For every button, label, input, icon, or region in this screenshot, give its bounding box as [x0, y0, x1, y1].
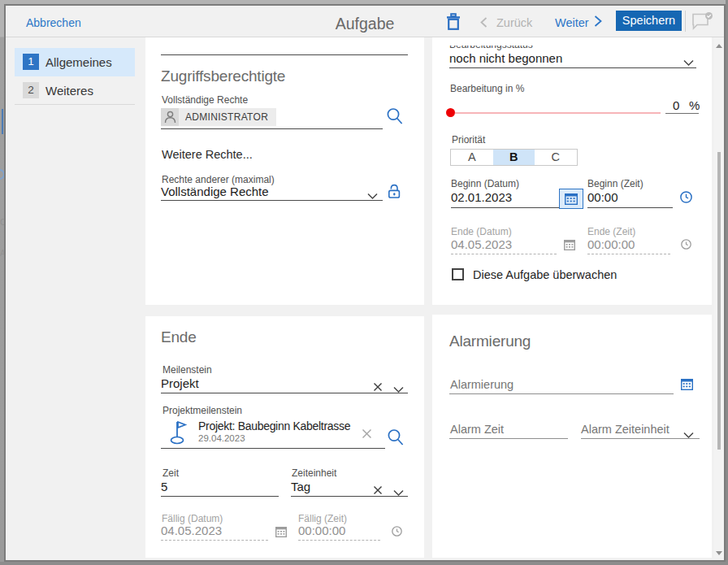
scroll-up-arrow-icon[interactable] — [716, 44, 722, 48]
screen: C A Abbrechen Aufgabe Zurück Weiter S — [0, 0, 728, 565]
due-time-value: 00:00:00 — [298, 524, 345, 537]
chevron-down-icon[interactable] — [393, 382, 404, 397]
progress-unit: % — [689, 98, 700, 112]
card-heading: Zugriffsberechtigte — [161, 67, 285, 85]
field-underline-disabled — [587, 254, 670, 254]
field-underline-disabled — [451, 254, 557, 254]
backdrop-bottom — [0, 562, 728, 565]
time-value[interactable]: 5 — [161, 480, 167, 493]
alarm-time-field[interactable]: Alarm Zeit — [450, 423, 504, 436]
field-underline — [449, 393, 674, 394]
field-underline — [581, 438, 700, 439]
project-milestone-label: Projektmeilenstein — [162, 405, 242, 416]
priority-label: Priorität — [452, 134, 485, 146]
step-number: 1 — [23, 54, 39, 70]
card-alarmierung: Alarmierung Alarmierung Alarm Zeit A — [432, 315, 712, 558]
search-icon[interactable] — [387, 428, 405, 450]
next-button[interactable]: Weiter — [555, 16, 589, 29]
trash-icon[interactable] — [446, 13, 461, 33]
card-heading: Alarmierung — [449, 332, 531, 350]
end-time-label: Ende (Zeit) — [587, 226, 635, 237]
task-dialog: Abbrechen Aufgabe Zurück Weiter Speicher… — [4, 4, 726, 562]
back-button[interactable]: Zurück — [496, 16, 532, 29]
field-underline — [161, 496, 279, 497]
field-underline — [291, 496, 408, 497]
due-date-value: 04.05.2023 — [161, 524, 222, 537]
end-date-value: 04.05.2023 — [451, 237, 512, 251]
card-ende: Ende Meilenstein Projekt Projektmeilenst… — [145, 316, 424, 558]
begin-date-label: Beginn (Datum) — [451, 178, 519, 189]
scrollbar[interactable] — [714, 37, 724, 558]
time-unit-value[interactable]: Tag — [291, 480, 310, 493]
alarm-unit-field[interactable]: Alarm Zeiteinheit — [581, 423, 670, 436]
backdrop-fragment — [2, 109, 3, 134]
step-label: Allgemeines — [46, 48, 112, 76]
toolbar-divider — [685, 11, 686, 32]
scroll-down-arrow-icon[interactable] — [716, 551, 722, 555]
calendar-icon — [565, 193, 578, 205]
priority-option-c[interactable]: C — [535, 150, 577, 165]
dialog-toolbar: Abbrechen Aufgabe Zurück Weiter Speicher… — [6, 6, 724, 37]
field-underline — [449, 438, 568, 439]
others-rights-value[interactable]: Vollständige Rechte — [161, 185, 269, 198]
monitor-checkbox-label[interactable]: Diese Aufgabe überwachen — [473, 268, 617, 281]
clear-icon[interactable] — [362, 428, 372, 442]
clipped-field-underline — [161, 54, 408, 55]
others-rights-label: Rechte anderer (maximal) — [162, 174, 275, 185]
project-milestone-date: 29.04.2023 — [198, 433, 245, 443]
alarm-field[interactable]: Alarmierung — [450, 378, 514, 391]
monitor-checkbox[interactable] — [452, 268, 464, 280]
status-value[interactable]: noch nicht begonnen — [449, 51, 562, 65]
field-underline — [451, 207, 559, 208]
card-status: Bearbeitungsstatus noch nicht begonnen B… — [432, 37, 712, 305]
calendar-icon — [275, 526, 287, 541]
card-heading: Ende — [161, 328, 197, 346]
status-label-clipped: Bearbeitungsstatus — [449, 46, 563, 50]
priority-option-a[interactable]: A — [451, 150, 493, 165]
person-icon — [161, 108, 179, 126]
calendar-button-focused[interactable] — [559, 189, 583, 209]
progress-label: Bearbeitung in % — [450, 83, 524, 94]
clock-icon — [392, 525, 402, 540]
search-icon[interactable] — [386, 107, 404, 128]
due-date-label: Fällig (Datum) — [162, 513, 223, 524]
field-underline — [161, 393, 408, 393]
priority-segmented-control: A B C — [450, 149, 578, 166]
due-time-label: Fällig (Zeit) — [298, 513, 347, 524]
begin-date-value[interactable]: 02.01.2023 — [451, 190, 512, 204]
milestone-value[interactable]: Projekt — [161, 376, 199, 390]
unlock-icon — [388, 184, 401, 202]
chevron-down-icon[interactable] — [683, 428, 694, 442]
calendar-icon[interactable] — [681, 379, 693, 393]
user-chip[interactable]: ADMINISTRATOR — [161, 108, 276, 126]
milestone-label: Meilenstein — [162, 364, 212, 376]
priority-option-b[interactable]: B — [493, 150, 535, 165]
status-label: Bearbeitungsstatus — [449, 46, 563, 50]
milestone-flag-icon — [168, 419, 188, 448]
field-underline-disabled — [298, 540, 380, 541]
feedback-icon[interactable] — [691, 12, 715, 35]
slider-handle[interactable] — [446, 108, 455, 117]
step-number: 2 — [23, 82, 39, 98]
step-label: Weiteres — [46, 76, 93, 105]
slider-track[interactable] — [455, 112, 661, 114]
chevron-down-icon[interactable] — [393, 485, 404, 500]
progress-value[interactable]: 0 — [673, 98, 679, 112]
step-nav: 1 Allgemeines 2 Weiteres — [15, 48, 135, 105]
chevron-down-icon[interactable] — [367, 189, 378, 203]
step-allgemeines[interactable]: 1 Allgemeines — [15, 48, 135, 76]
more-rights-link[interactable]: Weitere Rechte... — [162, 148, 253, 161]
full-rights-label: Vollständige Rechte — [162, 94, 248, 106]
dialog-content: 1 Allgemeines 2 Weiteres Zugriffsberecht… — [6, 37, 724, 558]
scrollbar-thumb[interactable] — [717, 152, 721, 450]
begin-time-label: Beginn (Zeit) — [587, 178, 644, 189]
chevron-right-icon — [594, 15, 602, 30]
save-button[interactable]: Speichern — [616, 11, 682, 31]
end-date-label: Ende (Datum) — [451, 226, 512, 237]
clock-icon[interactable] — [680, 191, 692, 206]
time-label: Zeit — [162, 467, 179, 479]
user-chip-label: ADMINISTRATOR — [179, 111, 276, 123]
begin-time-value[interactable]: 00:00 — [587, 190, 618, 204]
field-underline-disabled — [161, 540, 268, 541]
step-weiteres[interactable]: 2 Weiteres — [15, 76, 135, 105]
